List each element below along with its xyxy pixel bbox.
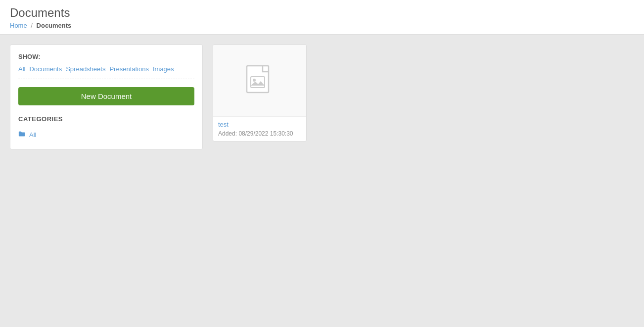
filter-links: All Documents Spreadsheets Presentations… [18,65,194,79]
breadcrumb: Home / Documents [10,22,634,29]
document-card[interactable]: test Added: 08/29/2022 15:30:30 [213,45,307,141]
date-value: 08/29/2022 15:30:30 [238,130,293,137]
main-content: SHOW: All Documents Spreadsheets Present… [0,35,644,159]
category-item: All [18,129,194,141]
new-document-button[interactable]: New Document [18,87,194,105]
categories-title: CATEGORIES [18,115,194,123]
header: Documents Home / Documents [0,0,644,35]
documents-grid: test Added: 08/29/2022 15:30:30 [213,45,307,141]
category-all-link[interactable]: All [29,131,36,139]
folder-icon [18,131,25,139]
added-label: Added: [218,130,237,137]
filter-spreadsheets[interactable]: Spreadsheets [66,65,105,73]
page-title: Documents [10,6,634,20]
sidebar: SHOW: All Documents Spreadsheets Present… [10,45,203,149]
svg-point-2 [253,79,256,82]
breadcrumb-home[interactable]: Home [10,22,27,29]
document-info: test Added: 08/29/2022 15:30:30 [213,117,306,141]
document-name: test [218,121,301,128]
filter-documents[interactable]: Documents [29,65,62,73]
filter-presentations[interactable]: Presentations [109,65,149,73]
filter-all[interactable]: All [18,65,25,73]
breadcrumb-current: Documents [37,22,72,29]
breadcrumb-separator: / [31,22,33,29]
categories-section: CATEGORIES All [18,113,194,141]
document-image-icon [242,63,277,98]
show-label: SHOW: [18,53,194,60]
filter-images[interactable]: Images [153,65,174,73]
svg-rect-0 [247,66,269,93]
document-date: Added: 08/29/2022 15:30:30 [218,130,301,137]
document-thumbnail [213,45,306,117]
